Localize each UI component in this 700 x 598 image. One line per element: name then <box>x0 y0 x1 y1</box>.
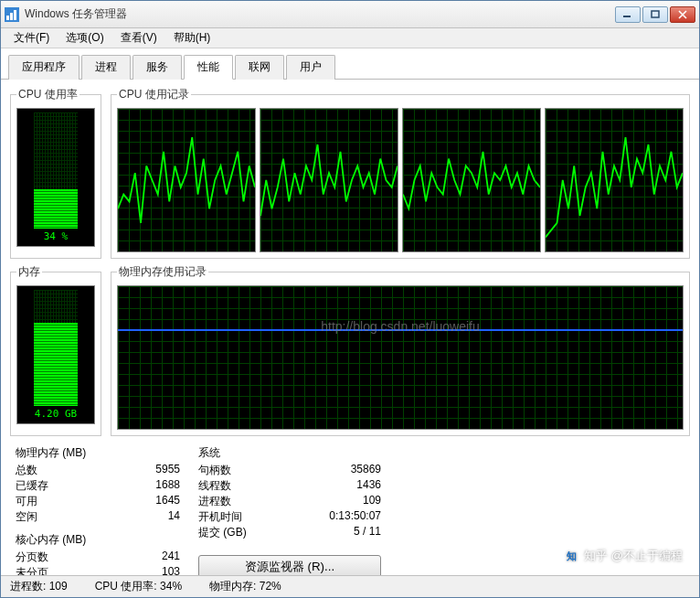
system-row: 句柄数35869 <box>198 463 381 478</box>
cpu-core-graph-1 <box>260 108 398 252</box>
task-manager-window: Windows 任务管理器 文件(F) 选项(O) 查看(V) 帮助(H) 应用… <box>0 0 700 598</box>
phys-mem-key: 已缓存 <box>16 478 48 494</box>
cpu-usage-legend: CPU 使用率 <box>16 87 80 102</box>
svg-rect-1 <box>6 16 9 20</box>
system-row: 进程数109 <box>198 494 381 509</box>
blog-watermark: http://blog.csdn.net/luoweifu <box>321 319 480 334</box>
stats-right: 系统 句柄数35869线程数1436进程数109开机时间0:13:50:07提交… <box>198 445 381 575</box>
cpu-gauge: 34 % <box>16 108 95 247</box>
phys-mem-row: 总数5955 <box>16 463 180 478</box>
memory-gauge-label: 4.20 GB <box>35 408 77 420</box>
system-key: 句柄数 <box>198 463 231 478</box>
kernel-mem-key: 分页数 <box>16 550 48 565</box>
cpu-history-graphs <box>117 108 684 252</box>
phys-mem-key: 总数 <box>16 463 37 478</box>
status-processes: 进程数: 109 <box>10 579 68 594</box>
minimize-icon <box>623 11 632 18</box>
cpu-core-graph-3 <box>545 108 684 252</box>
phys-mem-value: 14 <box>168 509 180 525</box>
app-icon <box>5 7 19 22</box>
maximize-button[interactable] <box>642 6 668 23</box>
menu-view[interactable]: 查看(V) <box>113 28 164 48</box>
tab-applications[interactable]: 应用程序 <box>8 55 80 80</box>
memory-history-legend: 物理内存使用记录 <box>117 264 208 280</box>
cpu-history-panel: CPU 使用记录 <box>111 87 690 259</box>
system-row: 开机时间0:13:50:07 <box>198 509 381 525</box>
kernel-mem-value: 241 <box>162 550 180 565</box>
cpu-usage-panel: CPU 使用率 34 % <box>10 87 101 259</box>
phys-mem-row: 空闲14 <box>16 509 180 525</box>
tab-networking[interactable]: 联网 <box>235 55 284 80</box>
phys-mem-title: 物理内存 (MB) <box>16 445 180 461</box>
system-title: 系统 <box>198 445 381 461</box>
kernel-mem-value: 103 <box>162 565 180 575</box>
system-key: 开机时间 <box>198 509 242 525</box>
system-key: 提交 (GB) <box>198 525 247 540</box>
menu-help[interactable]: 帮助(H) <box>166 28 218 48</box>
menu-options[interactable]: 选项(O) <box>58 28 111 48</box>
window-controls <box>615 6 695 23</box>
system-row: 提交 (GB)5 / 11 <box>198 525 381 540</box>
close-button[interactable] <box>670 6 695 23</box>
titlebar: Windows 任务管理器 <box>1 1 699 28</box>
cpu-core-graph-2 <box>402 108 541 252</box>
phys-mem-row: 已缓存1688 <box>16 478 180 494</box>
memory-gauge: 4.20 GB <box>16 285 95 424</box>
svg-rect-3 <box>14 10 16 20</box>
system-value: 35869 <box>351 463 381 478</box>
system-key: 线程数 <box>198 478 231 494</box>
zhihu-watermark: 知 知乎 @不止于编程 <box>564 548 683 564</box>
tab-performance[interactable]: 性能 <box>184 55 233 80</box>
status-cpu: CPU 使用率: 34% <box>95 579 182 594</box>
resource-monitor-button[interactable]: 资源监视器 (R)... <box>198 555 381 575</box>
phys-mem-key: 空闲 <box>16 509 37 525</box>
window-title: Windows 任务管理器 <box>25 6 615 22</box>
menu-file[interactable]: 文件(F) <box>6 28 57 48</box>
system-value: 5 / 11 <box>354 525 381 540</box>
memory-legend: 内存 <box>16 264 42 280</box>
system-value: 1436 <box>356 478 381 494</box>
performance-content: CPU 使用率 34 % CPU 使用记录 内存 4.20 GB 物理内 <box>1 80 699 575</box>
system-row: 线程数1436 <box>198 478 381 494</box>
system-value: 0:13:50:07 <box>329 509 381 525</box>
statusbar: 进程数: 109 CPU 使用率: 34% 物理内存: 72% <box>1 575 699 597</box>
svg-rect-5 <box>652 11 659 17</box>
menubar: 文件(F) 选项(O) 查看(V) 帮助(H) <box>1 28 699 48</box>
cpu-gauge-label: 34 % <box>44 230 69 242</box>
system-key: 进程数 <box>198 494 231 509</box>
phys-mem-key: 可用 <box>16 494 37 509</box>
kernel-mem-row: 分页数241 <box>16 550 180 565</box>
tab-users[interactable]: 用户 <box>286 55 335 80</box>
status-memory: 物理内存: 72% <box>209 579 281 594</box>
kernel-mem-row: 未分页103 <box>16 565 180 575</box>
minimize-button[interactable] <box>615 6 641 23</box>
memory-panel: 内存 4.20 GB <box>10 264 101 436</box>
svg-text:知: 知 <box>566 550 577 561</box>
system-value: 109 <box>363 494 381 509</box>
cpu-core-graph-0 <box>117 108 256 252</box>
maximize-icon <box>651 10 660 19</box>
svg-rect-4 <box>623 16 631 17</box>
kernel-mem-key: 未分页 <box>16 565 48 575</box>
phys-mem-value: 1645 <box>155 494 180 509</box>
phys-mem-row: 可用1645 <box>16 494 180 509</box>
phys-mem-value: 1688 <box>155 478 180 494</box>
memory-history-panel: 物理内存使用记录 http://blog.csdn.net/luoweifu <box>111 264 690 436</box>
kernel-mem-title: 核心内存 (MB) <box>16 532 180 548</box>
memory-history-graph: http://blog.csdn.net/luoweifu <box>117 285 684 430</box>
tab-processes[interactable]: 进程 <box>81 55 131 80</box>
cpu-history-legend: CPU 使用记录 <box>117 87 191 102</box>
zhihu-icon: 知 <box>564 549 578 563</box>
close-icon <box>678 10 687 19</box>
stats-left: 物理内存 (MB) 总数5955已缓存1688可用1645空闲14 核心内存 (… <box>16 445 180 575</box>
svg-rect-2 <box>10 13 13 20</box>
tab-services[interactable]: 服务 <box>133 55 182 80</box>
tab-strip: 应用程序 进程 服务 性能 联网 用户 <box>1 48 699 80</box>
phys-mem-value: 5955 <box>155 463 180 478</box>
